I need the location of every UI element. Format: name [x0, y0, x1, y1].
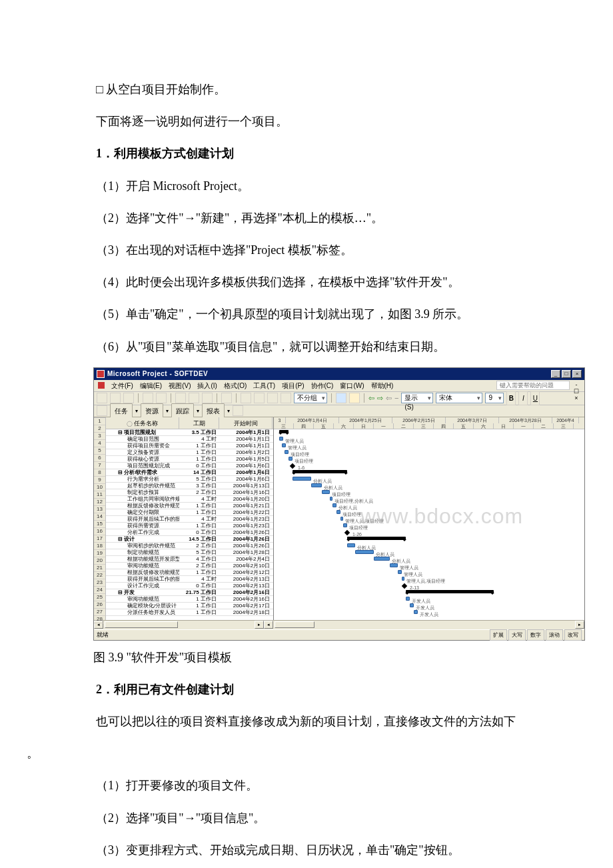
arrow-left-icon[interactable]: ⇦: [368, 391, 374, 405]
menu-view[interactable]: 视图(V): [169, 379, 191, 392]
italic-button[interactable]: I: [518, 391, 528, 405]
menu-project[interactable]: 项目(P): [282, 379, 304, 392]
table-row[interactable]: ⊟ 设计14.5 工作日2004年1月26日: [106, 536, 273, 543]
row-number[interactable]: 13: [94, 506, 105, 513]
open-icon[interactable]: [110, 393, 121, 403]
gantt-summary-bar[interactable]: [347, 537, 406, 540]
split-icon[interactable]: [267, 393, 278, 403]
gantt-task-bar[interactable]: [402, 577, 404, 581]
table-row[interactable]: ⊟ 开发21.75 工作日2004年2月16日: [106, 589, 273, 596]
table-row[interactable]: 定义预备资源1 工作日2004年1月2日: [106, 449, 273, 456]
row-number[interactable]: 26: [94, 601, 105, 609]
table-row[interactable]: 分派任务给开发人员1 工作日2004年2月18日: [106, 609, 273, 616]
mdi-close-button[interactable]: - ☐ ×: [572, 381, 580, 389]
indent-left-icon[interactable]: ⇦: [386, 391, 392, 405]
row-number[interactable]: 8: [94, 469, 105, 477]
scroll-right-icon[interactable]: ▸: [255, 621, 264, 629]
row-number[interactable]: 17: [94, 535, 105, 543]
gantt-task-bar[interactable]: [285, 450, 289, 454]
gantt-task-bar[interactable]: [311, 483, 322, 487]
col-duration[interactable]: 工期: [179, 417, 219, 429]
gantt-task-bar[interactable]: [279, 437, 283, 441]
table-row[interactable]: 确定交付期限1 工作日2004年1月22日: [106, 509, 273, 516]
row-number[interactable]: 27: [94, 609, 105, 616]
goto-icon[interactable]: [349, 393, 360, 403]
preview-icon[interactable]: [156, 393, 167, 403]
view-resource-button[interactable]: 资源: [141, 403, 163, 419]
view-task-button[interactable]: 任务: [110, 403, 133, 419]
table-row[interactable]: 获得开展后续工作的批4 工时2004年2月13日: [106, 576, 273, 583]
table-row[interactable]: 获得开展后续工作的批4 工时2004年1月23日: [106, 516, 273, 523]
table-row[interactable]: 起草初步的软件规范3 工作日2004年1月13日: [106, 483, 273, 489]
gantt-task-bar[interactable]: [282, 443, 286, 447]
show-select[interactable]: 显示(S): [401, 393, 433, 403]
gantt-task-bar[interactable]: [406, 597, 410, 601]
save-icon[interactable]: [123, 393, 134, 403]
fontsize-select[interactable]: 9: [485, 393, 504, 403]
table-row[interactable]: 根据反馈修改软件规范1 工作日2004年1月21日: [106, 503, 273, 509]
table-row[interactable]: 获得核心资源1 工作日2004年1月5日: [106, 456, 273, 463]
row-number[interactable]: 9: [94, 477, 105, 484]
cut-icon[interactable]: [175, 393, 186, 403]
table-row[interactable]: 工作组共同审阅软件规4 工时2004年1月20日: [106, 496, 273, 503]
table-row[interactable]: 根据功能规范开发原型4 工作日2004年2月4日: [106, 556, 273, 563]
bold-button[interactable]: B: [506, 391, 516, 405]
menu-tools[interactable]: 工具(T): [253, 379, 275, 392]
menu-file[interactable]: 文件(F): [111, 379, 133, 392]
row-number[interactable]: 4: [94, 440, 105, 447]
table-row[interactable]: 制定初步预算2 工作日2004年1月16日: [106, 489, 273, 496]
row-number[interactable]: 16: [94, 528, 105, 535]
table-row[interactable]: 获得所需资源1 工作日2004年1月23日: [106, 523, 273, 529]
table-row[interactable]: 项目范围规划完成0 工作日2004年1月6日: [106, 463, 273, 469]
row-number[interactable]: 15: [94, 521, 105, 528]
col-task-name[interactable]: ◯ 任务名称: [106, 417, 179, 429]
group-select[interactable]: 不分组: [294, 393, 327, 403]
paste-icon[interactable]: [202, 393, 213, 403]
row-number[interactable]: 6: [94, 455, 105, 462]
row-number[interactable]: 22: [94, 572, 105, 579]
table-row[interactable]: 设计工作完成0 工作日2004年2月13日: [106, 583, 273, 589]
gantt-task-bar[interactable]: [293, 477, 311, 481]
print-icon[interactable]: [143, 393, 153, 403]
gantt-summary-bar[interactable]: [293, 470, 347, 473]
menu-insert[interactable]: 插入(I): [197, 379, 217, 392]
close-button[interactable]: ×: [572, 370, 582, 378]
row-number[interactable]: 10: [94, 484, 105, 491]
table-row[interactable]: 确定项目范围4 工时2004年1月1日: [106, 436, 273, 443]
table-row[interactable]: ⊟ 项目范围规划3.5 工作日2004年1月1日: [106, 429, 273, 436]
gantt-task-bar[interactable]: [414, 610, 418, 614]
menu-edit[interactable]: 编辑(E): [140, 379, 162, 392]
table-row[interactable]: 确定模块化/分层设计1 工作日2004年2月17日: [106, 603, 273, 609]
table-row[interactable]: 行为需求分析5 工作日2004年1月6日: [106, 476, 273, 483]
table-row[interactable]: 审阅功能规范2 工作日2004年2月10日: [106, 563, 273, 569]
scroll-left2-icon[interactable]: ◂: [264, 621, 273, 629]
gantt-task-bar[interactable]: [398, 570, 402, 574]
gantt-task-bar[interactable]: [289, 457, 293, 461]
row-number[interactable]: 25: [94, 594, 105, 601]
row-number[interactable]: 5: [94, 447, 105, 455]
underline-button[interactable]: U: [530, 391, 540, 405]
row-number[interactable]: 14: [94, 513, 105, 521]
view-track-button[interactable]: 跟踪: [171, 403, 194, 419]
gantt-chart[interactable]: 32004年1月4日2004年1月25日2004年2月15日2004年3月7日2…: [274, 417, 584, 620]
menu-help[interactable]: 帮助(H): [371, 379, 394, 392]
col-start[interactable]: 开始时间: [219, 417, 273, 429]
table-row[interactable]: 获得项目所需资金1 工作日2004年1月1日: [106, 443, 273, 449]
row-number[interactable]: 20: [94, 557, 105, 565]
link-icon[interactable]: [241, 393, 251, 403]
row-number[interactable]: 18: [94, 543, 105, 550]
indent-right-icon[interactable]: −: [394, 391, 398, 405]
gantt-task-bar[interactable]: [343, 523, 347, 527]
row-number[interactable]: 1: [94, 418, 105, 425]
gantt-task-bar[interactable]: [355, 550, 374, 554]
gantt-task-bar[interactable]: [330, 497, 332, 501]
row-number[interactable]: 12: [94, 499, 105, 506]
gantt-task-bar[interactable]: [322, 490, 330, 494]
gantt-icon[interactable]: [97, 405, 107, 416]
info-icon[interactable]: [281, 393, 291, 403]
help-search-input[interactable]: [496, 381, 570, 390]
row-number[interactable]: 3: [94, 433, 105, 440]
gantt-task-bar[interactable]: [374, 557, 390, 561]
table-row[interactable]: 制定功能规范5 工作日2004年1月28日: [106, 549, 273, 556]
menu-window[interactable]: 窗口(W): [340, 379, 364, 392]
